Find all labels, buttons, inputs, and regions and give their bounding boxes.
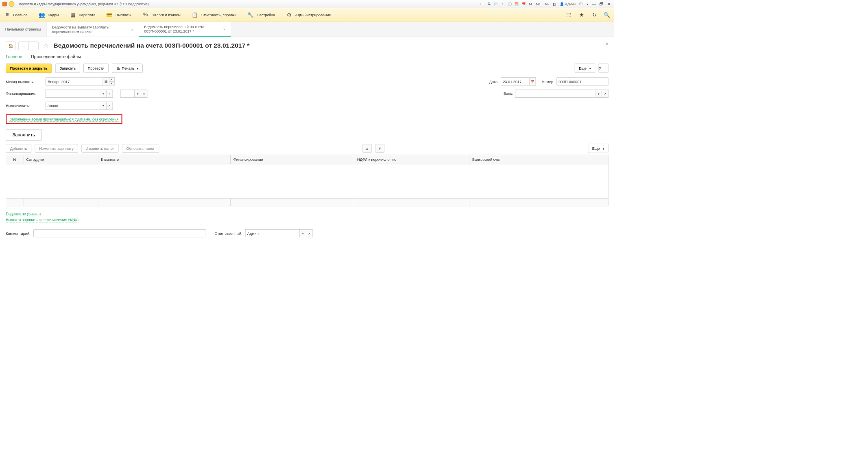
tray-icon[interactable]: ☐ bbox=[480, 1, 485, 7]
maximize-icon[interactable]: 🗗 bbox=[599, 2, 604, 6]
tab-close-icon[interactable]: × bbox=[223, 27, 226, 31]
dropdown-icon[interactable]: ▾ bbox=[585, 2, 589, 6]
m-plus-button[interactable]: M+ bbox=[535, 2, 542, 6]
menu-admin[interactable]: ⚙Администрирование bbox=[286, 12, 331, 18]
row-month-date-number: Месяц выплаты: Январь 2017 ▦ ▲▼ Дата: 23… bbox=[6, 77, 608, 85]
close-window-icon[interactable]: ✕ bbox=[606, 2, 612, 6]
move-up-button[interactable]: ▲ bbox=[362, 144, 372, 153]
financing2-input[interactable] bbox=[120, 90, 135, 98]
tab-start-page[interactable]: Начальная страница bbox=[0, 22, 47, 37]
col-to-pay[interactable]: К выплате bbox=[98, 155, 230, 164]
nav-forward[interactable]: → bbox=[28, 42, 38, 50]
minimize-icon[interactable]: — bbox=[591, 2, 597, 6]
tab-vedomost-doc[interactable]: Ведомость перечислений на счета 00ЗП-000… bbox=[139, 22, 231, 37]
col-employee[interactable]: Сотрудник bbox=[23, 155, 98, 164]
change-tax-button[interactable]: Изменить налог bbox=[81, 144, 118, 153]
menu-vyplaty[interactable]: 💳Выплаты bbox=[106, 12, 131, 18]
window-title: Зарплата и кадры государственного учрежд… bbox=[18, 2, 478, 6]
apps-icon[interactable]: ⁝⁝⁝ bbox=[566, 12, 572, 18]
menu-nastroyka[interactable]: 🔧Настройка bbox=[247, 12, 275, 18]
nav-back[interactable]: ← bbox=[19, 42, 28, 50]
refresh-tax-button[interactable]: Обновить налог bbox=[122, 144, 159, 153]
month-up-icon[interactable]: ▲ bbox=[109, 78, 114, 81]
responsible-dropdown-icon[interactable]: ▾ bbox=[300, 229, 306, 237]
print-icon[interactable]: 🖶 bbox=[486, 1, 492, 7]
panel-icon[interactable]: ◧ bbox=[552, 1, 557, 7]
comment-input[interactable] bbox=[33, 229, 206, 237]
fill-button[interactable]: Заполнить bbox=[6, 129, 41, 141]
pay-type-input[interactable]: Аванс bbox=[46, 102, 100, 110]
actions-row: Провести и закрыть Записать Провести 🖶Пе… bbox=[6, 64, 608, 73]
save-button[interactable]: Записать bbox=[55, 64, 80, 73]
col-bank-account[interactable]: Банковский счет bbox=[469, 155, 608, 164]
favorite-star-icon[interactable]: ☆ bbox=[43, 42, 49, 49]
bank-dropdown-icon[interactable]: ▾ bbox=[596, 90, 602, 98]
transfer-link[interactable]: Выплата зарплаты и перечисление НДФЛ bbox=[6, 218, 79, 222]
bank-input[interactable] bbox=[515, 90, 595, 98]
info-icon[interactable]: ⓘ bbox=[578, 1, 584, 7]
post-and-close-button[interactable]: Провести и закрыть bbox=[6, 64, 52, 73]
bank-open-icon[interactable]: ↗ bbox=[602, 90, 608, 98]
m-button[interactable]: M bbox=[528, 2, 533, 6]
footer-links: Подписи не указаны Выплата зарплаты и пе… bbox=[6, 211, 608, 224]
menu-zarplata[interactable]: ▦Зарплата bbox=[70, 12, 96, 18]
calc-icon[interactable]: 🧮 bbox=[514, 1, 519, 7]
menu-otchetnost[interactable]: 📋Отчетность, справки bbox=[192, 12, 237, 18]
responsible-open-icon[interactable]: ↗ bbox=[306, 229, 313, 237]
pay-type-dropdown-icon[interactable]: ▾ bbox=[100, 102, 107, 110]
menu-kadry[interactable]: 👥Кадры bbox=[39, 12, 59, 18]
calendar-icon[interactable]: 📅 bbox=[521, 1, 526, 7]
responsible-input[interactable]: Админ bbox=[245, 229, 300, 237]
clock-icon[interactable]: 🕘 bbox=[507, 1, 513, 7]
favorite-icon[interactable]: ★ bbox=[578, 12, 585, 18]
user-badge[interactable]: 👤 Админ bbox=[558, 2, 577, 6]
number-input[interactable]: 00ЗП-000001 bbox=[556, 77, 608, 85]
tab-close-icon[interactable]: × bbox=[131, 27, 133, 31]
pay-type-open-icon[interactable]: ↗ bbox=[107, 102, 113, 110]
post-button[interactable]: Провести bbox=[83, 64, 109, 73]
home-button[interactable]: 🏠 bbox=[6, 42, 15, 50]
financing2-clear-icon[interactable]: × bbox=[141, 90, 148, 98]
document-tabs: Начальная страница Ведомости на выплату … bbox=[0, 22, 614, 37]
col-n[interactable]: N bbox=[6, 155, 23, 164]
people-icon: 👥 bbox=[39, 12, 45, 18]
subtab-main[interactable]: Главное bbox=[6, 54, 22, 59]
financing-dropdown-icon[interactable]: ▾ bbox=[100, 90, 107, 98]
month-down-icon[interactable]: ▼ bbox=[109, 81, 114, 85]
employees-table[interactable]: N Сотрудник К выплате Финансирование НДФ… bbox=[6, 155, 608, 206]
signatures-link[interactable]: Подписи не указаны bbox=[6, 211, 41, 216]
col-ndfl[interactable]: НДФЛ к перечислению bbox=[354, 155, 469, 164]
table-more-button[interactable]: Еще bbox=[588, 144, 608, 153]
col-financing[interactable]: Финансирование bbox=[230, 155, 354, 164]
menu-hamburger[interactable]: ≡Главное bbox=[4, 12, 28, 18]
search-icon[interactable]: 🔍 bbox=[604, 12, 610, 18]
form-close-icon[interactable]: × bbox=[605, 42, 608, 48]
fill-mode-link[interactable]: Заполнение всеми причитающимися суммами,… bbox=[9, 117, 118, 121]
history-icon[interactable]: ↻ bbox=[591, 12, 598, 18]
print-icon: 🖶 bbox=[116, 66, 120, 70]
month-input[interactable]: Январь 2017 bbox=[46, 77, 103, 85]
financing2-dropdown-icon[interactable]: ▾ bbox=[135, 90, 141, 98]
move-down-button[interactable]: ▼ bbox=[375, 144, 384, 153]
date-picker-icon[interactable]: 📅 bbox=[530, 77, 536, 85]
more-button[interactable]: Еще bbox=[575, 64, 595, 73]
financing-input[interactable] bbox=[46, 90, 100, 98]
wallet-icon: 💳 bbox=[106, 12, 113, 18]
add-row-button[interactable]: Добавить bbox=[6, 144, 31, 153]
doc-icon[interactable]: 📄 bbox=[493, 1, 499, 7]
wrench-icon: 🔧 bbox=[247, 12, 254, 18]
financing-clear-icon[interactable]: × bbox=[107, 90, 113, 98]
back-button[interactable]: ← bbox=[9, 1, 14, 7]
star-icon[interactable]: ☆ bbox=[500, 1, 506, 7]
row-financing-bank: Финансирование: ▾ × ▾ × Банк: ▾ ↗ bbox=[6, 90, 608, 98]
menu-nalogi[interactable]: %Налоги и взносы bbox=[142, 12, 181, 18]
subtab-files[interactable]: Присоединенные файлы bbox=[31, 54, 81, 59]
change-salary-button[interactable]: Изменить зарплату bbox=[35, 144, 78, 153]
pay-type-label: Выплачивать: bbox=[6, 103, 43, 108]
date-input[interactable]: 23.01.2017 bbox=[501, 77, 530, 85]
help-button[interactable]: ? bbox=[599, 64, 608, 73]
m-minus-button[interactable]: M- bbox=[544, 2, 550, 6]
month-picker-icon[interactable]: ▦ bbox=[103, 77, 109, 85]
tab-vedomosti-list[interactable]: Ведомости на выплату зарплаты перечислен… bbox=[47, 22, 139, 37]
print-button[interactable]: 🖶Печать bbox=[112, 64, 143, 73]
